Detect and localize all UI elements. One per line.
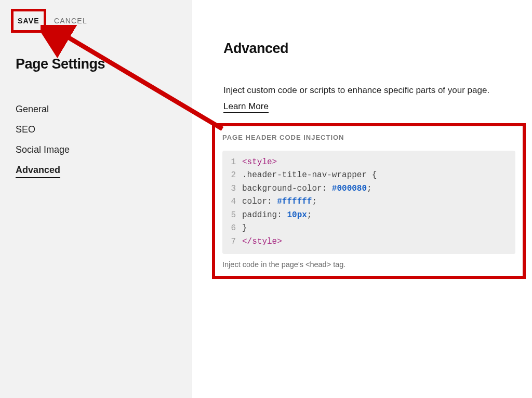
code-content: <style> [242, 156, 277, 169]
code-content: color: #ffffff; [242, 195, 317, 209]
save-button[interactable]: SAVE [16, 12, 42, 29]
description-text: Inject custom code or scripts to enhance… [223, 84, 517, 97]
page-title: Advanced [223, 41, 517, 57]
line-number: 2 [222, 169, 242, 182]
main-content: Advanced Inject custom code or scripts t… [192, 0, 532, 398]
save-highlight-annotation: SAVE [11, 9, 46, 33]
code-line: 3 background-color: #000080; [222, 182, 515, 196]
code-line: 7</style> [222, 235, 515, 249]
code-content: .header-title-nav-wrapper { [242, 169, 377, 182]
sidebar-item-label: Advanced [16, 165, 60, 178]
sidebar-item-advanced[interactable]: Advanced [16, 160, 176, 180]
line-number: 7 [222, 235, 242, 249]
sidebar-item-label: SEO [16, 124, 35, 135]
sidebar-item-seo[interactable]: SEO [16, 120, 176, 140]
sidebar-item-label: General [16, 104, 49, 114]
code-help-text: Inject code in the page's <head> tag. [222, 260, 515, 269]
code-content: padding: 10px; [242, 209, 312, 222]
line-number: 1 [222, 156, 242, 169]
code-line: 6} [222, 222, 515, 235]
line-number: 5 [222, 209, 242, 222]
settings-nav: GeneralSEOSocial ImageAdvanced [16, 99, 176, 180]
code-line: 5 padding: 10px; [222, 209, 515, 222]
code-line: 4 color: #ffffff; [222, 195, 515, 209]
sidebar-item-label: Social Image [16, 144, 70, 155]
code-section-highlight-annotation: PAGE HEADER CODE INJECTION 1<style>2.hea… [212, 123, 526, 279]
code-content: } [242, 222, 247, 235]
learn-more-link[interactable]: Learn More [223, 101, 269, 113]
code-content: background-color: #000080; [242, 182, 372, 196]
sidebar: SAVE CANCEL Page Settings GeneralSEOSoci… [0, 0, 192, 398]
cancel-button[interactable]: CANCEL [52, 12, 89, 29]
line-number: 4 [222, 195, 242, 209]
sidebar-title: Page Settings [16, 56, 176, 72]
top-actions: SAVE CANCEL [16, 12, 176, 29]
code-content: </style> [242, 235, 282, 249]
sidebar-item-social-image[interactable]: Social Image [16, 140, 176, 160]
line-number: 3 [222, 182, 242, 196]
code-line: 2.header-title-nav-wrapper { [222, 169, 515, 182]
code-section-label: PAGE HEADER CODE INJECTION [222, 134, 515, 141]
line-number: 6 [222, 222, 242, 235]
code-line: 1<style> [222, 156, 515, 169]
code-injection-input[interactable]: 1<style>2.header-title-nav-wrapper {3 ba… [222, 151, 515, 254]
sidebar-item-general[interactable]: General [16, 99, 176, 120]
